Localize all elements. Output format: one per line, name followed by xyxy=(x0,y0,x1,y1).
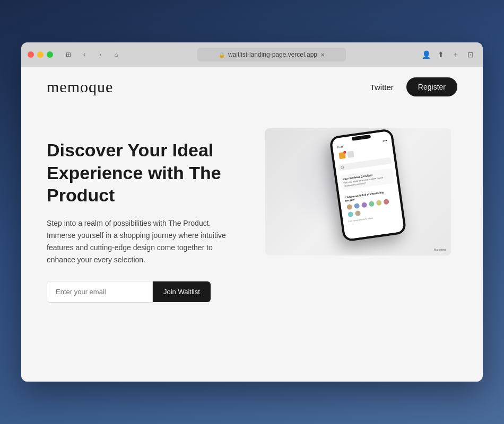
more-tabs-icon[interactable]: ⊡ xyxy=(465,49,476,60)
marketing-label: Marketing xyxy=(434,248,446,251)
avatar-8 xyxy=(354,210,362,217)
forward-icon[interactable]: › xyxy=(93,49,107,60)
address-bar-container: 🔒 waitlist-landing-page.vercel.app ✕ xyxy=(127,48,416,61)
phone-mockup: 16:38 ●●● 3 xyxy=(265,128,451,255)
back-icon[interactable]: ‹ xyxy=(77,49,91,60)
home-icon[interactable]: ⌂ xyxy=(109,49,123,60)
share-icon[interactable]: ⬆ xyxy=(435,49,447,60)
email-input[interactable] xyxy=(47,281,153,303)
phone-image-container: 16:38 ●●● 3 xyxy=(265,128,451,255)
website-content: memoque Twitter Register Discover Your I… xyxy=(21,67,483,382)
avatar-5 xyxy=(376,199,383,207)
hero-title: Discover Your Ideal Experience with The … xyxy=(47,139,227,207)
logo: memoque xyxy=(47,78,113,96)
url-text: waitlist-landing-page.vercel.app xyxy=(228,51,317,58)
register-button[interactable]: Register xyxy=(406,77,457,96)
email-form: Join Waitlist xyxy=(47,281,227,303)
lock-icon: 🔒 xyxy=(219,52,225,58)
new-tab-icon[interactable]: + xyxy=(450,49,462,60)
hero-section: Discover Your Ideal Experience with The … xyxy=(21,107,483,382)
phone-signal: ●●● xyxy=(383,138,388,142)
website-inner: memoque Twitter Register Discover Your I… xyxy=(21,67,483,382)
profile-icon[interactable]: 👤 xyxy=(420,49,432,60)
avatar-3 xyxy=(361,201,368,209)
browser-window: ⊞ ‹ › ⌂ 🔒 waitlist-landing-page.vercel.a… xyxy=(21,42,483,382)
browser-right-controls: 👤 ⬆ + ⊡ xyxy=(420,49,476,60)
address-bar[interactable]: 🔒 waitlist-landing-page.vercel.app ✕ xyxy=(197,48,346,61)
search-icon xyxy=(341,165,344,169)
avatar-4 xyxy=(368,200,376,208)
traffic-light-maximize[interactable] xyxy=(47,51,53,58)
browser-controls: ⊞ ‹ › ⌂ xyxy=(62,49,123,60)
join-waitlist-button[interactable]: Join Waitlist xyxy=(153,281,211,302)
hero-description: Step into a realm of possibilities with … xyxy=(47,217,227,266)
browser-toolbar: ⊞ ‹ › ⌂ 🔒 waitlist-landing-page.vercel.a… xyxy=(21,42,483,67)
phone-screen: 16:38 ●●● 3 xyxy=(332,130,405,240)
avatar-1 xyxy=(346,204,353,211)
avatar-7 xyxy=(347,211,354,218)
navigation: memoque Twitter Register xyxy=(21,67,483,107)
traffic-light-minimize[interactable] xyxy=(37,51,44,58)
hero-left: Discover Your Ideal Experience with The … xyxy=(47,128,227,303)
traffic-lights xyxy=(28,51,53,58)
hero-title-line1: Discover Your Ideal xyxy=(47,140,213,160)
tab-switcher-icon[interactable]: ⊞ xyxy=(62,49,75,60)
phone-screen-content: 16:38 ●●● 3 xyxy=(332,130,405,240)
people-section: Clubhouse is full of interesting people! xyxy=(342,187,399,225)
twitter-link[interactable]: Twitter xyxy=(370,83,394,92)
hero-title-line2-prefix: Experience with xyxy=(47,163,189,183)
avatar-6 xyxy=(383,198,390,206)
avatar-2 xyxy=(353,202,361,210)
traffic-light-close[interactable] xyxy=(28,51,34,58)
hero-right: 16:38 ●●● 3 xyxy=(259,128,457,255)
nav-right: Twitter Register xyxy=(370,77,457,96)
phone-time: 16:38 xyxy=(336,145,343,149)
refresh-icon: ✕ xyxy=(320,52,325,58)
notification-card: You now have 2 invites! Who else would b… xyxy=(340,168,394,191)
